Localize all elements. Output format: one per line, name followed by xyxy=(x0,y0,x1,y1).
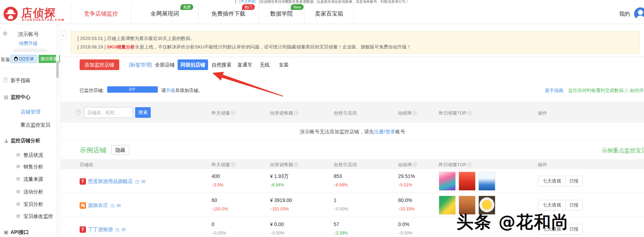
chat-icon[interactable]: ✉ xyxy=(141,179,145,184)
watermark: 头条 @花和尚 xyxy=(456,211,569,233)
sidebar-item-traffic-source[interactable]: ⊞ 流量来源 xyxy=(0,175,56,183)
shop-search-input[interactable] xyxy=(84,107,133,118)
help-circle-icon[interactable]: ? xyxy=(467,162,472,167)
sell-through-delta: ↑33.33% xyxy=(398,207,415,212)
sidebar-item-item-modify-monitor[interactable]: ⊞ 宝贝修改监控 xyxy=(0,213,56,220)
clock-icon[interactable]: ◷ xyxy=(115,227,119,232)
clock-icon[interactable]: ◷ xyxy=(135,179,139,184)
disclaimer-text: ]店侦探没有任何爬取生意参谋数据，以及相关淘宝炒信刷单、买卖淘系账号、钓取信息等… xyxy=(258,0,409,4)
dashed-separator xyxy=(66,57,644,57)
trade-data-question-link[interactable]: 监控后何时能看到交易数据 xyxy=(568,88,623,93)
chat-icon[interactable]: ✉ xyxy=(116,203,121,208)
help-circle-icon[interactable]: ? xyxy=(624,89,628,93)
help-circle-icon[interactable]: ? xyxy=(294,111,298,115)
help-circle-icon[interactable]: ? xyxy=(231,111,235,115)
logo-detective-icon xyxy=(4,7,18,21)
product-thumbnail[interactable] xyxy=(439,196,456,215)
my-account-link[interactable]: 我的 xyxy=(619,4,630,24)
row-actions: 七天透视 日报 xyxy=(538,200,582,210)
clock-icon[interactable]: ◷ xyxy=(110,203,114,208)
qq-chat-button[interactable]: QQ交谈 xyxy=(11,55,37,63)
filter-all-shops[interactable]: 全部店铺 xyxy=(155,62,175,68)
register-link[interactable]: 注册 xyxy=(374,129,384,134)
shop-name-link[interactable]: 丁丁游旅游 xyxy=(88,226,113,233)
seven-day-perspective-button[interactable]: 七天透视 xyxy=(538,200,566,210)
tab-competitor-monitor[interactable]: 竞争店铺监控 xyxy=(71,4,131,24)
tab-seller-toolbox[interactable]: 卖家百宝箱 xyxy=(304,4,354,24)
disclaimer-link[interactable]: 《严正声明》 xyxy=(237,0,258,4)
filter-women-clothing[interactable]: 女装 xyxy=(279,62,289,68)
filter-same-level-button[interactable]: 同级别店铺 xyxy=(178,59,208,70)
announcement-date: [ 2019.08.19 ] xyxy=(77,44,106,50)
stop-monitor-question-link[interactable]: 如何停止监控 xyxy=(630,88,644,93)
hide-button[interactable]: 隐藏 xyxy=(111,145,130,155)
sidebar-collapse-button[interactable]: ‹ xyxy=(61,30,66,40)
column-label: 自然引流词 xyxy=(334,110,357,116)
sidebar-item-guide[interactable]: ? 新手指南 xyxy=(0,77,56,84)
upgrade-tip: 请升级后添加店铺。 xyxy=(161,87,203,94)
sample-key-monitor-link[interactable]: 示例重点监控宝贝 xyxy=(602,147,644,154)
daily-report-button[interactable]: 日报 xyxy=(566,176,582,186)
help-circle-icon[interactable]: ? xyxy=(467,111,472,115)
upgrade-link[interactable]: 升级 xyxy=(166,88,175,93)
search-button[interactable]: 搜索 xyxy=(135,107,151,118)
help-circle-icon[interactable]: ? xyxy=(231,162,235,167)
help-links: 新手指南监控后何时能看到交易数据? 如何停止监控 xyxy=(545,87,644,93)
add-monitor-shop-button[interactable]: 添加监控店铺 xyxy=(80,59,119,70)
estimated-revenue-value: ¥ 3919.00 xyxy=(270,197,292,203)
product-thumbnail[interactable] xyxy=(459,172,476,191)
sell-through-value: 0.0% xyxy=(398,221,409,227)
shop-name-link[interactable]: 甜旅农庄 xyxy=(88,202,108,209)
seven-day-perspective-button[interactable]: 七天透视 xyxy=(538,176,566,186)
organic-keywords-delta: ↓3.39% xyxy=(334,231,348,236)
tab-plugin-download[interactable]: 免费插件下载 热门 xyxy=(198,4,258,24)
help-circle-icon[interactable]: ? xyxy=(413,111,417,115)
plus-box-icon: ⊞ xyxy=(16,151,20,158)
sidebar-item-api[interactable]: ▣ API接口 xyxy=(0,229,56,236)
sidebar-item-key-monitor[interactable]: 重点监控宝贝 xyxy=(0,121,56,128)
plus-box-icon: ⊞ xyxy=(16,213,20,220)
taobao-icon: 淘 xyxy=(80,202,86,209)
filter-organic-search[interactable]: 自然搜索 xyxy=(212,62,231,68)
tab-network-words[interactable]: 全网展现词 免费 xyxy=(131,4,198,24)
column-label: 昨日销量TOP xyxy=(439,110,467,116)
help-circle-icon[interactable]: ? xyxy=(413,162,417,167)
renew-upgrade-link[interactable]: 续费升级 xyxy=(0,40,57,47)
column-label: 估算销售额 xyxy=(270,110,293,116)
help-circle-icon[interactable]: ? xyxy=(294,162,298,167)
sidebar-item-shop-analysis[interactable]: ◮ 监控店铺分析 xyxy=(0,137,56,144)
product-thumbnail[interactable] xyxy=(478,172,495,191)
column-label: 自然引流词 xyxy=(334,162,357,167)
sell-through-value: 29.51% xyxy=(398,173,415,179)
filter-wireless[interactable]: 无线 xyxy=(260,62,270,68)
column-shop-name: 店铺名 xyxy=(80,162,93,168)
organic-keywords-value: 853 xyxy=(334,173,342,179)
sidebar-label: 整店状况 xyxy=(23,151,43,158)
filter-ztc[interactable]: 直通车 xyxy=(237,62,252,68)
sidebar-item-whole-shop[interactable]: ⊞ 整店状况 xyxy=(0,151,56,158)
sidebar-scrollbar-track[interactable] xyxy=(56,24,59,237)
newbie-guide-link[interactable]: 新手指南 xyxy=(545,88,563,93)
sidebar-item-sales-analysis[interactable]: ⊞ 销售分析 xyxy=(0,163,56,170)
sidebar-scrollbar-thumb[interactable] xyxy=(56,61,59,78)
login-link[interactable]: 登录 xyxy=(385,129,395,134)
help-circle-icon[interactable]: ? xyxy=(76,110,81,115)
daily-report-button[interactable]: 日报 xyxy=(566,200,582,210)
sidebar-label: 店铺管理 xyxy=(21,108,40,115)
yesterday-sales-value: 0 xyxy=(212,221,214,227)
product-thumbnail[interactable] xyxy=(439,172,456,191)
tag-manage-link[interactable]: [标签管理] xyxy=(129,62,152,68)
chat-icon[interactable]: ✉ xyxy=(121,227,126,232)
organic-keywords-delta: ↑6.89% xyxy=(334,183,348,187)
sidebar-item-shop-manage[interactable]: 店铺管理 xyxy=(0,108,56,115)
tab-data-academy[interactable]: 数据学院 New xyxy=(258,4,304,24)
sidebar-item-item-analysis[interactable]: ⊞ 宝贝分析 xyxy=(0,201,56,208)
sidebar-label: 宝贝修改监控 xyxy=(23,213,53,220)
sidebar-item-monitor-center[interactable]: ▤ 监控中心 xyxy=(0,93,56,100)
shop-name-link[interactable]: 悠度旅游用品旗舰店 xyxy=(88,178,133,185)
tmall-icon: T xyxy=(80,178,86,185)
user-avatar-icon[interactable] xyxy=(634,7,644,20)
logo[interactable]: 店侦探 DIANZHENTAN.COM xyxy=(4,6,67,22)
sidebar-item-activity-analysis[interactable]: ⊞ 活动分析 xyxy=(0,188,56,195)
yesterday-sales-delta: ↑3.9% xyxy=(212,183,223,187)
